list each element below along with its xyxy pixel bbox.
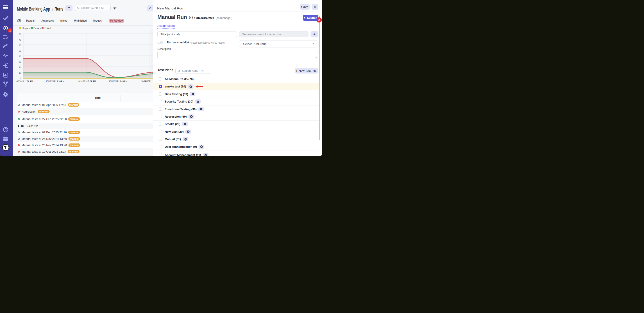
svg-text:0: 0 (20, 77, 21, 80)
svg-text:50: 50 (18, 49, 21, 52)
svg-text:10/14/2024 5:46 PM: 10/14/2024 5:46 PM (109, 80, 127, 83)
svg-text:07/2024 12:26 PM: 07/2024 12:26 PM (16, 80, 33, 83)
svg-text:60: 60 (18, 44, 21, 47)
svg-text:80: 80 (18, 33, 21, 36)
svg-text:30: 30 (18, 60, 21, 63)
svg-text:20: 20 (18, 66, 21, 69)
svg-text:10/19/2024: 10/19/2024 (141, 80, 151, 83)
svg-text:40: 40 (18, 55, 21, 58)
svg-text:10/14/2024 5:39 PM: 10/14/2024 5:39 PM (77, 80, 96, 83)
svg-text:10: 10 (18, 71, 21, 74)
svg-text:70: 70 (18, 38, 21, 41)
svg-text:10/14/2024 5:36 PM: 10/14/2024 5:36 PM (46, 80, 64, 83)
